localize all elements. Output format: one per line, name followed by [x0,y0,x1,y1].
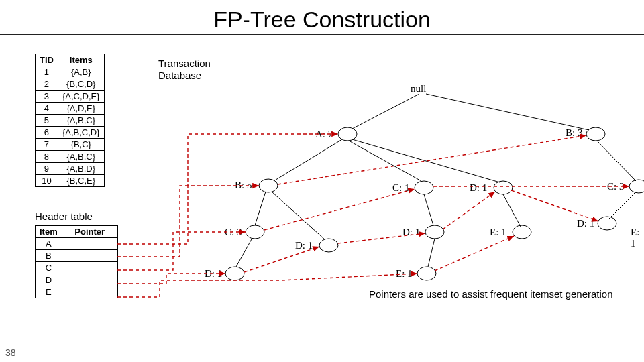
node-c1a: C: 1 [392,182,409,194]
table-row: 7{B,C} [36,139,105,151]
table-row: C [36,262,118,274]
svg-line-14 [264,189,415,230]
ellipse-b3 [586,127,605,141]
ellipse-e1a [513,225,531,239]
svg-line-0 [352,94,419,129]
th-ptr: Pointer [62,226,117,238]
svg-line-4 [352,139,500,182]
table-row: 8{A,B,C} [36,151,105,163]
svg-line-5 [597,141,636,181]
th-item: Item [36,226,62,238]
ellipse-a7 [338,127,357,141]
page-title: FP-Tree Construction [0,0,644,35]
node-c3b: C: 3 [607,181,624,192]
table-row: A [36,238,118,250]
node-c3: C: 3 [225,227,241,238]
node-d1a: D: 1 [470,182,487,194]
table-row: 9{A,B,D} [36,163,105,175]
node-e1c: E: 1 [396,268,413,280]
note-text: Pointers are used to assist frequent ite… [369,288,624,300]
table-row: 4{A,D,E} [36,103,105,115]
node-b5: B: 5 [235,180,252,191]
node-null: null [411,83,426,95]
th-items: Items [58,54,104,66]
node-e1a: E: 1 [490,227,506,238]
node-d1c: D: 1 [577,218,594,229]
th-tid: TID [36,54,58,66]
table-row: 6{A,B,C,D} [36,127,105,139]
table-row: 3{A,C,D,E} [36,90,105,103]
node-d1e: D: 1 [295,240,313,251]
ellipse-d1a [494,181,513,194]
svg-line-9 [503,194,521,227]
svg-line-2 [274,139,342,181]
table-row: E [36,286,118,298]
table-row: 10{B,C,E} [36,175,105,187]
svg-line-19 [511,190,598,221]
ellipse-d1e [319,239,338,252]
svg-line-13 [278,135,586,184]
header-table-label: Header table [35,210,93,222]
ellipse-e1c [417,267,436,280]
svg-line-18 [443,192,495,229]
slide-number: 38 [5,347,16,358]
svg-line-1 [426,94,589,130]
svg-line-11 [236,238,252,267]
table-row: 1{A,B} [36,66,105,78]
transaction-table: TIDItems 1{A,B} 2{B,C,D} 3{A,C,D,E} 4{A,… [35,54,105,187]
ellipse-d1c [598,217,616,230]
ellipse-c1a [415,181,433,194]
svg-line-7 [272,192,325,240]
table-row: D [36,274,118,286]
svg-line-10 [609,192,636,219]
txdb-label: TransactionDatabase [158,58,211,82]
ellipse-b5 [259,179,278,192]
node-e1b: E: 1 [631,227,644,249]
node-d1b: D: 1 [402,227,420,238]
table-row: 2{B,C,D} [36,78,105,90]
header-table: ItemPointer A B C D E [35,225,118,298]
ellipse-d1d [225,267,244,280]
node-b3: B: 3 [566,127,582,139]
node-a7: A: 7 [315,129,333,140]
node-d1d: D: 1 [205,268,222,280]
svg-line-8 [424,194,433,225]
svg-line-20 [435,236,514,271]
table-row: 5{A,B,C} [36,115,105,127]
ellipse-d1b [425,225,444,239]
svg-line-12 [428,239,435,267]
ellipse-c3b [629,180,644,193]
svg-line-3 [349,141,421,181]
table-row: B [36,250,118,262]
svg-line-6 [255,192,266,225]
ellipse-c3 [246,225,264,239]
